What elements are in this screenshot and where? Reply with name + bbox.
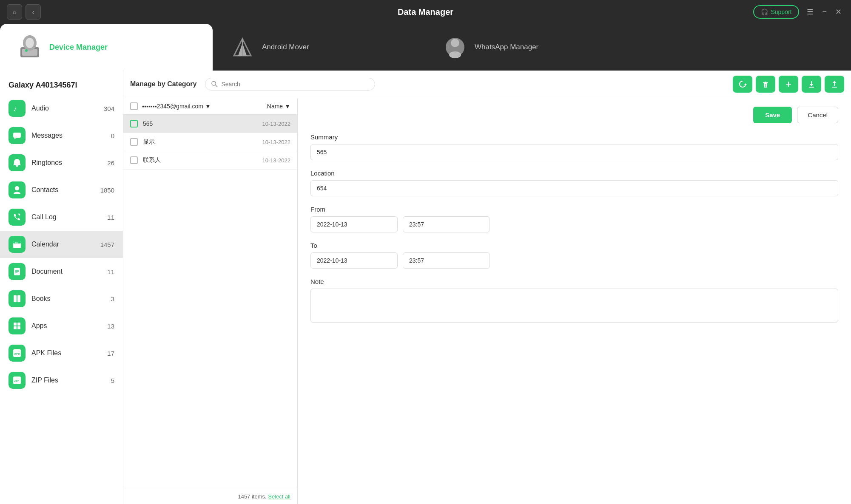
device-manager-icon bbox=[17, 34, 43, 60]
list-panel: ▪▪▪▪▪▪▪2345@gmail.com ▼ Name ▼ 565 10-13… bbox=[123, 98, 298, 504]
row-title-0: 565 bbox=[143, 120, 257, 127]
from-time-input[interactable] bbox=[403, 216, 490, 232]
support-button[interactable]: 🎧 Support bbox=[753, 5, 799, 19]
row-date-2: 10-13-2022 bbox=[262, 157, 291, 164]
sidebar-calllog-count: 11 bbox=[107, 214, 114, 221]
sidebar-zipfiles-count: 5 bbox=[111, 377, 114, 384]
sidebar-messages-label: Messages bbox=[31, 132, 105, 139]
sidebar-item-messages[interactable]: Messages 0 bbox=[0, 122, 123, 149]
summary-input[interactable] bbox=[310, 144, 838, 160]
apkfiles-icon: APK bbox=[9, 345, 26, 362]
save-button[interactable]: Save bbox=[753, 107, 792, 123]
tab-device-manager[interactable]: Device Manager bbox=[0, 24, 213, 71]
import-icon bbox=[830, 80, 839, 88]
svg-text:♪: ♪ bbox=[13, 105, 17, 112]
from-field: From bbox=[310, 206, 838, 232]
manage-by-category-label: Manage by Category bbox=[130, 80, 196, 88]
svg-text:03: 03 bbox=[15, 241, 18, 244]
export-icon bbox=[807, 80, 816, 88]
zipfiles-icon: ZIP bbox=[9, 372, 26, 389]
to-time-input[interactable] bbox=[403, 252, 490, 269]
svg-rect-14 bbox=[16, 165, 18, 167]
sidebar-item-audio[interactable]: ♪ Audio 304 bbox=[0, 95, 123, 122]
row-checkbox-2[interactable] bbox=[130, 156, 138, 164]
svg-point-15 bbox=[15, 186, 19, 190]
sidebar-item-zipfiles[interactable]: ZIP ZIP Files 5 bbox=[0, 367, 123, 394]
svg-point-3 bbox=[26, 38, 34, 48]
from-label: From bbox=[310, 206, 838, 213]
select-all-link[interactable]: Select all bbox=[268, 493, 290, 500]
sort-icon: ▼ bbox=[285, 103, 290, 110]
sidebar-books-count: 3 bbox=[111, 295, 114, 303]
search-input[interactable] bbox=[221, 81, 369, 88]
sidebar-item-calllog[interactable]: Call Log 11 bbox=[0, 204, 123, 231]
sidebar-contacts-count: 1850 bbox=[100, 187, 114, 194]
list-row[interactable]: 565 10-13-2022 bbox=[123, 115, 297, 133]
summary-label: Summary bbox=[310, 133, 838, 141]
titlebar-right: 🎧 Support ☰ − ✕ bbox=[753, 5, 844, 19]
svg-marker-47 bbox=[810, 84, 813, 86]
svg-point-10 bbox=[449, 51, 461, 58]
row-date-0: 10-13-2022 bbox=[262, 121, 291, 127]
minimize-button[interactable]: − bbox=[820, 6, 829, 17]
row-checkbox-1[interactable] bbox=[130, 138, 138, 146]
svg-point-36 bbox=[212, 81, 216, 85]
svg-rect-25 bbox=[14, 295, 17, 302]
export-button[interactable] bbox=[802, 76, 821, 93]
sidebar-item-contacts[interactable]: Contacts 1850 bbox=[0, 176, 123, 204]
tab-whatsapp-manager[interactable]: WhatsApp Manager bbox=[425, 24, 638, 71]
apps-icon bbox=[9, 317, 26, 334]
add-button[interactable] bbox=[779, 76, 798, 93]
from-date-input[interactable] bbox=[310, 216, 398, 232]
sidebar-calendar-count: 1457 bbox=[100, 241, 114, 248]
svg-rect-31 bbox=[17, 326, 20, 329]
list-rows: 565 10-13-2022 显示 10-13-2022 联系人 10-13-2… bbox=[123, 115, 297, 489]
sidebar-item-ringtones[interactable]: Ringtones 26 bbox=[0, 149, 123, 176]
sidebar-document-label: Document bbox=[31, 268, 101, 275]
select-all-checkbox[interactable] bbox=[130, 102, 138, 110]
menu-button[interactable]: ☰ bbox=[804, 6, 816, 17]
tab-android-mover[interactable]: Android Mover bbox=[213, 24, 425, 71]
row-title-2: 联系人 bbox=[143, 156, 257, 164]
sort-label: Name bbox=[267, 103, 283, 110]
svg-rect-41 bbox=[765, 82, 766, 83]
svg-rect-26 bbox=[17, 295, 20, 302]
cancel-button[interactable]: Cancel bbox=[797, 107, 838, 123]
sidebar-ringtones-count: 26 bbox=[107, 159, 114, 167]
import-button[interactable] bbox=[825, 76, 844, 93]
sidebar-item-calendar[interactable]: 03 Calendar 1457 bbox=[0, 231, 123, 258]
tabbar: Device Manager Android Mover WhatsApp Ma… bbox=[0, 24, 851, 71]
list-row[interactable]: 联系人 10-13-2022 bbox=[123, 151, 297, 170]
email-filter[interactable]: ▪▪▪▪▪▪▪2345@gmail.com ▼ bbox=[142, 103, 211, 110]
to-datetime-row bbox=[310, 252, 838, 269]
svg-rect-12 bbox=[13, 133, 21, 138]
sidebar-apkfiles-count: 17 bbox=[107, 350, 114, 357]
status-bar: 1457 items. Select all bbox=[123, 489, 297, 504]
window-controls: ☰ − ✕ bbox=[804, 6, 844, 17]
sidebar-books-label: Books bbox=[31, 295, 105, 303]
home-icon: ⌂ bbox=[13, 8, 16, 15]
note-input[interactable] bbox=[310, 289, 838, 323]
back-button[interactable]: ‹ bbox=[26, 4, 41, 20]
home-button[interactable]: ⌂ bbox=[7, 4, 22, 20]
sidebar-item-apkfiles[interactable]: APK APK Files 17 bbox=[0, 340, 123, 367]
list-row[interactable]: 显示 10-13-2022 bbox=[123, 133, 297, 151]
close-button[interactable]: ✕ bbox=[833, 6, 844, 17]
to-date-input[interactable] bbox=[310, 252, 398, 269]
sort-control[interactable]: Name ▼ bbox=[267, 103, 290, 110]
sidebar-item-books[interactable]: Books 3 bbox=[0, 285, 123, 312]
audio-icon: ♪ bbox=[9, 100, 26, 117]
delete-button[interactable] bbox=[756, 76, 775, 93]
row-checkbox-0[interactable] bbox=[130, 120, 138, 127]
from-datetime-row bbox=[310, 216, 838, 232]
sidebar-item-apps[interactable]: Apps 13 bbox=[0, 312, 123, 340]
location-field: Location bbox=[310, 170, 838, 196]
sidebar-item-document[interactable]: Document 11 bbox=[0, 258, 123, 285]
refresh-button[interactable] bbox=[733, 76, 752, 93]
tab-android-mover-label: Android Mover bbox=[262, 43, 309, 51]
delete-icon bbox=[761, 80, 770, 88]
location-input[interactable] bbox=[310, 180, 838, 196]
sidebar-audio-count: 304 bbox=[104, 105, 114, 112]
whatsapp-manager-icon bbox=[442, 34, 468, 60]
app-title: Data Manager bbox=[398, 7, 453, 17]
